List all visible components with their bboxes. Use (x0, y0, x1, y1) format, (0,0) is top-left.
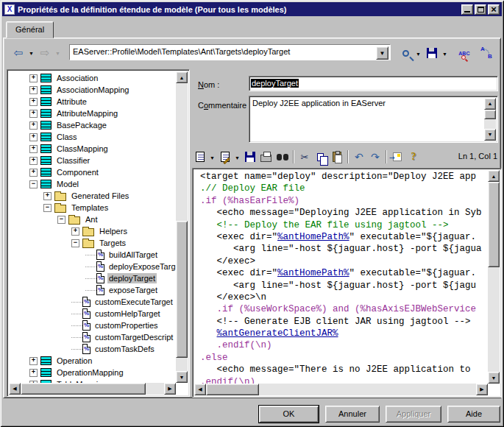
collapse-icon[interactable]: − (43, 204, 52, 212)
tree-item-label[interactable]: customProperties (93, 320, 160, 331)
editor-scroll-left-button[interactable]: ◀ (194, 384, 206, 395)
search-dropdown-icon[interactable]: ▼ (416, 52, 421, 57)
save-button[interactable] (423, 44, 441, 62)
tree-item-associationmapping[interactable]: +AssociationMapping (9, 84, 176, 96)
code-line[interactable]: .else (200, 352, 488, 364)
tree-item-buildalltarget[interactable]: %buildAllTarget (9, 249, 176, 261)
tree-item-label[interactable]: Targets (98, 238, 127, 248)
code-line[interactable]: <arg line="-host ${jaguar.host} -port ${… (200, 280, 488, 292)
tree-item-basepackage[interactable]: +BasePackage (9, 119, 176, 131)
tree-item-templates[interactable]: −Templates (9, 202, 176, 214)
comment-text[interactable]: Deploy J2EE application in EAServer (252, 99, 386, 107)
expand-icon[interactable]: + (29, 121, 38, 130)
paste-button[interactable] (329, 149, 345, 165)
tree-item-attribute[interactable]: +Attribute (9, 96, 176, 107)
tree-item-label[interactable]: Class (55, 132, 79, 142)
expand-icon[interactable]: + (29, 369, 38, 377)
expand-icon[interactable]: + (29, 157, 38, 165)
ok-button[interactable]: OK (259, 406, 319, 423)
undo-button[interactable]: ↶ (351, 149, 367, 165)
comment-scrollbar[interactable]: ▲ ▼ (484, 98, 496, 141)
path-combobox-dropdown-button[interactable]: ▼ (376, 46, 388, 60)
editor-scroll-up-button[interactable]: ▲ (488, 170, 500, 182)
maximize-button[interactable] (475, 4, 486, 15)
expand-icon[interactable]: + (29, 133, 38, 141)
tree-item-label[interactable]: customTargetDescript (93, 332, 174, 342)
save-dropdown-icon[interactable]: ▼ (442, 52, 447, 57)
minimize-button[interactable] (461, 4, 473, 15)
cancel-button[interactable]: Annuler (325, 406, 380, 423)
apply-button[interactable]: Appliquer (386, 406, 441, 423)
tree-item-operationmapping[interactable]: +OperationMapping (9, 367, 176, 378)
tree-horizontal-scroll-thumb[interactable] (21, 383, 146, 395)
template-code-editor[interactable]: <target name="deploy" description="Deplo… (192, 168, 502, 398)
editor-scroll-down-button[interactable]: ▼ (488, 372, 500, 384)
editor-horizontal-scroll-thumb[interactable] (206, 384, 259, 395)
cut-button[interactable]: ✂ (297, 149, 313, 165)
tree-item-ant[interactable]: −Ant (9, 214, 176, 225)
code-line[interactable]: .endif(\n) (200, 339, 488, 351)
tree-item-customtaskdefs[interactable]: %customTaskDefs (9, 343, 176, 355)
tree-item-label[interactable]: BasePackage (55, 120, 108, 130)
tab-general[interactable]: Général (6, 21, 54, 38)
find-button[interactable] (274, 149, 291, 165)
tree-scroll-right-button[interactable]: ▶ (164, 383, 176, 395)
tree-item-class[interactable]: +Class (9, 131, 176, 143)
tree-item-label[interactable]: deployExposeTarg (107, 261, 176, 272)
comment-scroll-down-button[interactable]: ▼ (484, 129, 496, 141)
tree-item-label[interactable]: Attribute (55, 96, 88, 107)
code-line[interactable]: .if (%useWorkSpace%) and (%hasAxisEJBWeb… (200, 303, 488, 315)
tree-item-association[interactable]: +Association (9, 72, 176, 84)
help-button[interactable]: ? (405, 149, 422, 165)
tree-item-label[interactable]: exposeTarget (107, 285, 159, 295)
back-dropdown-icon[interactable]: ▼ (29, 51, 34, 56)
editor-horizontal-scrollbar[interactable]: ◀ ▶ (194, 384, 488, 395)
expand-icon[interactable]: + (29, 357, 38, 365)
editor-save-button[interactable] (242, 149, 258, 165)
code-line[interactable]: <!-- Deploy the EAR file using jagtool -… (200, 219, 488, 231)
tree-item-model[interactable]: −Model (9, 178, 176, 190)
tree-item-exposetarget[interactable]: %exposeTarget (9, 284, 176, 296)
editor-vertical-scrollbar[interactable]: ▲ ▼ (488, 170, 500, 384)
tree-item-label[interactable]: Generated Files (70, 191, 130, 201)
insert-template-button[interactable] (389, 149, 405, 165)
expand-icon[interactable]: + (71, 227, 79, 236)
code-line[interactable]: <arg line="-host ${jaguar.host} -port ${… (200, 243, 488, 255)
tree-item-attributemapping[interactable]: +AttributeMapping (9, 107, 176, 119)
tree-item-classmapping[interactable]: +ClassMapping (9, 143, 176, 155)
collapse-icon[interactable]: − (57, 216, 65, 224)
expand-icon[interactable]: + (29, 74, 38, 82)
tree-item-label[interactable]: Association (55, 73, 99, 83)
tree-item-label[interactable]: OperationMapping (55, 367, 125, 378)
comment-scroll-thumb[interactable] (484, 110, 496, 119)
tree-vertical-scrollbar[interactable]: ▲ ▼ (176, 71, 188, 383)
expand-icon[interactable]: + (29, 86, 38, 94)
edit-dropdown-icon[interactable]: ▼ (235, 155, 240, 160)
tree-item-label[interactable]: Operation (55, 356, 93, 366)
print-button[interactable] (258, 149, 274, 165)
tree-item-label[interactable]: customHelpTarget (93, 308, 162, 319)
comment-textarea[interactable]: Deploy J2EE application in EAServer ▲ ▼ (249, 96, 498, 143)
tree-item-helpers[interactable]: +Helpers (9, 225, 176, 237)
code-line[interactable]: <exec dir="%antHomePath%" executable="${… (200, 231, 488, 243)
redo-button[interactable]: ↷ (367, 149, 383, 165)
tree-scroll-up-button[interactable]: ▲ (176, 71, 188, 83)
template-menu-button[interactable] (192, 149, 208, 165)
tree-scroll-left-button[interactable]: ◀ (9, 383, 21, 395)
tree-scroll-down-button[interactable]: ▼ (176, 371, 188, 383)
editor-vertical-scroll-thumb[interactable] (488, 182, 500, 267)
tree-item-deployexposetarg[interactable]: %deployExposeTarg (9, 261, 176, 272)
collapse-icon[interactable]: − (71, 239, 79, 247)
comment-scroll-up-button[interactable]: ▲ (484, 98, 496, 110)
tree-item-customhelptarget[interactable]: %customHelpTarget (9, 308, 176, 320)
code-line[interactable]: <target name="deploy" description="Deplo… (200, 171, 488, 183)
code-line[interactable]: <!-- Generate EJB client JAR using jagto… (200, 316, 488, 328)
name-input[interactable]: deployTarget (249, 76, 498, 91)
spell-check-button[interactable]: ABC (455, 44, 473, 62)
path-combobox-value[interactable]: EAServer::Profile\Model\Templates\Ant\Ta… (70, 45, 390, 60)
code-line[interactable]: <echo message="There is no J2EE applicat… (200, 364, 488, 375)
tree-item-generated-files[interactable]: +Generated Files (9, 190, 176, 202)
code-line[interactable]: </exec>\n (200, 292, 488, 303)
forward-button[interactable]: ⇨ (36, 43, 54, 61)
tree-item-label[interactable]: ClassMapping (55, 144, 110, 154)
